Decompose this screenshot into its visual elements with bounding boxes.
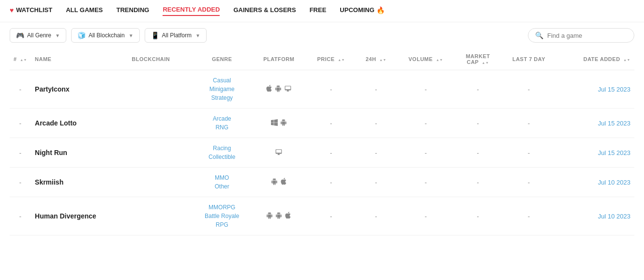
row-blockchain <box>128 138 192 168</box>
row-last7day: - <box>500 138 557 168</box>
row-price: - <box>306 197 356 235</box>
apple-platform-icon <box>266 84 272 94</box>
platform-icons-group <box>255 211 302 221</box>
col-num: # ▲▼ <box>10 48 31 70</box>
row-genre: ArcadeRNG <box>193 109 252 138</box>
apple-platform-icon <box>285 211 291 221</box>
num-sort-icon[interactable]: ▲▼ <box>20 58 27 62</box>
row-volume: - <box>396 109 456 138</box>
genre-filter-button[interactable]: 🎮 All Genre ▼ <box>10 28 66 43</box>
row-24h: - <box>356 109 396 138</box>
games-table: # ▲▼ NAME BLOCKCHAIN GENRE PLATFORM PRIC… <box>10 48 634 235</box>
apple-platform-icon <box>280 177 287 187</box>
search-bar[interactable]: 🔍 <box>528 28 634 43</box>
row-platform <box>252 109 306 138</box>
blockchain-icon: 🧊 <box>77 31 86 39</box>
row-date-added: Jul 15 2023 <box>557 109 634 138</box>
row-blockchain <box>128 197 192 235</box>
table-row: - Skrmiish MMOOther - - - - - Jul 10 202… <box>10 168 634 197</box>
row-volume: - <box>396 197 456 235</box>
table-row: - Arcade Lotto ArcadeRNG - - - - - Jul 1… <box>10 109 634 138</box>
col-last7day: LAST 7 DAY <box>500 48 557 70</box>
row-name: PartyIconx <box>31 70 128 109</box>
row-market-cap: - <box>455 197 500 235</box>
col-blockchain: BLOCKCHAIN <box>128 48 192 70</box>
platform-chevron-icon: ▼ <box>195 33 200 38</box>
row-price: - <box>306 109 356 138</box>
date-sort-icon[interactable]: ▲▼ <box>623 58 630 62</box>
row-price: - <box>306 168 356 197</box>
row-num: - <box>10 168 31 197</box>
nav-gainers-losers[interactable]: GAINERS & LOSERS <box>233 6 296 16</box>
table-row: - Human Divergence MMORPGBattle RoyaleRP… <box>10 197 634 235</box>
search-input[interactable] <box>547 32 627 39</box>
flame-icon: 🔥 <box>376 6 385 14</box>
genre-icon: 🎮 <box>16 31 24 39</box>
col-market-cap: MARKETCAP ▲▼ <box>455 48 500 70</box>
platform-icons-group <box>255 84 302 94</box>
genre-chevron-icon: ▼ <box>55 33 60 38</box>
nav-recently-added[interactable]: RECENTLY ADDED <box>163 6 220 16</box>
row-name: Human Divergence <box>31 197 128 235</box>
android-platform-icon <box>280 119 287 128</box>
row-blockchain <box>128 168 192 197</box>
filter-bar: 🎮 All Genre ▼ 🧊 All Blockchain ▼ 📱 All P… <box>0 22 644 48</box>
nav-free[interactable]: FREE <box>310 6 327 16</box>
row-last7day: - <box>500 168 557 197</box>
row-name: Night Run <box>31 138 128 168</box>
desktop-platform-icon <box>284 85 292 93</box>
android2-platform-icon <box>275 212 282 221</box>
platform-filter-button[interactable]: 📱 All Platform ▼ <box>145 28 207 43</box>
price-sort-icon[interactable]: ▲▼ <box>338 58 345 62</box>
col-name: NAME <box>31 48 128 70</box>
row-blockchain <box>128 70 192 109</box>
row-num: - <box>10 197 31 235</box>
row-volume: - <box>396 70 456 109</box>
row-market-cap: - <box>455 109 500 138</box>
col-platform: PLATFORM <box>252 48 306 70</box>
row-blockchain <box>128 109 192 138</box>
table-row: - PartyIconx CasualMinigameStrategy - - … <box>10 70 634 109</box>
row-last7day: - <box>500 109 557 138</box>
row-24h: - <box>356 138 396 168</box>
blockchain-chevron-icon: ▼ <box>129 33 134 38</box>
row-num: - <box>10 70 31 109</box>
row-num: - <box>10 138 31 168</box>
windows-platform-icon <box>271 119 278 127</box>
volume-sort-icon[interactable]: ▲▼ <box>436 58 443 62</box>
android-platform-icon <box>271 178 278 187</box>
col-date-added: DATE ADDED ▲▼ <box>557 48 634 70</box>
games-table-wrapper: # ▲▼ NAME BLOCKCHAIN GENRE PLATFORM PRIC… <box>0 48 644 235</box>
row-price: - <box>306 70 356 109</box>
nav-watchlist[interactable]: ♥ WATCHLIST <box>10 6 52 16</box>
row-platform <box>252 138 306 168</box>
row-name: Skrmiish <box>31 168 128 197</box>
row-24h: - <box>356 168 396 197</box>
heart-icon: ♥ <box>10 6 14 14</box>
row-date-added: Jul 10 2023 <box>557 168 634 197</box>
row-market-cap: - <box>455 168 500 197</box>
blockchain-filter-button[interactable]: 🧊 All Blockchain ▼ <box>71 28 140 43</box>
nav-all-games[interactable]: ALL GAMES <box>66 6 103 16</box>
row-last7day: - <box>500 70 557 109</box>
nav-upcoming[interactable]: UPCOMING 🔥 <box>340 6 385 16</box>
row-num: - <box>10 109 31 138</box>
row-market-cap: - <box>455 138 500 168</box>
table-header-row: # ▲▼ NAME BLOCKCHAIN GENRE PLATFORM PRIC… <box>10 48 634 70</box>
row-market-cap: - <box>455 70 500 109</box>
row-genre: RacingCollectible <box>193 138 252 168</box>
android-platform-icon <box>266 212 273 221</box>
24h-sort-icon[interactable]: ▲▼ <box>379 58 387 62</box>
row-platform <box>252 197 306 235</box>
marketcap-sort-icon[interactable]: ▲▼ <box>482 61 489 64</box>
table-row: - Night Run RacingCollectible - - - - - … <box>10 138 634 168</box>
row-genre: MMOOther <box>193 168 252 197</box>
platform-icon: 📱 <box>151 31 159 39</box>
platform-icons-group <box>255 149 302 157</box>
row-platform <box>252 168 306 197</box>
search-icon: 🔍 <box>535 31 543 39</box>
platform-icons-group <box>255 177 302 187</box>
col-24h: 24H ▲▼ <box>356 48 396 70</box>
nav-trending[interactable]: TRENDING <box>117 6 150 16</box>
top-navigation: ♥ WATCHLIST ALL GAMES TRENDING RECENTLY … <box>0 0 644 22</box>
